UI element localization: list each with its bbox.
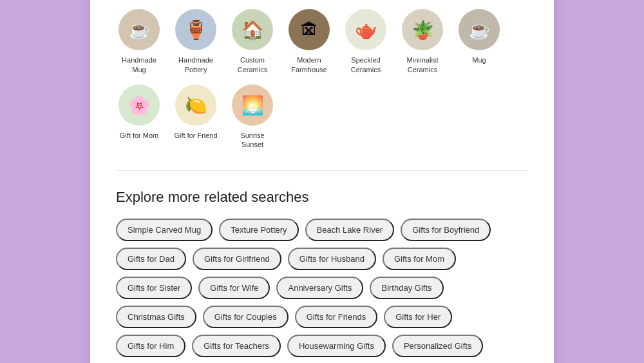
tag-gifts-for-mom[interactable]: Gifts for Mom [383, 248, 456, 270]
tag-gifts-for-him[interactable]: Gifts for Him [116, 335, 185, 357]
tag-gifts-for-husband[interactable]: Gifts for Husband [288, 248, 376, 270]
image-circle-handmade-mug: ☕ [118, 9, 160, 50]
tag-texture-pottery[interactable]: Texture Pottery [219, 219, 298, 241]
image-item-custom-ceramics[interactable]: 🏠Custom Ceramics [229, 9, 276, 74]
main-card: Explore related searches ☕Handmade Mug🏺H… [90, 0, 554, 363]
tag-gifts-for-friends[interactable]: Gifts for Friends [295, 306, 377, 328]
tag-gifts-for-couples[interactable]: Gifts for Couples [203, 306, 289, 328]
image-circle-gift-for-friend: 🍋 [175, 84, 216, 126]
image-label-handmade-pottery: Handmade Pottery [173, 55, 219, 74]
image-label-handmade-mug: Handmade Mug [116, 55, 162, 74]
image-circle-minimalist-ceramics: 🪴 [402, 9, 443, 50]
more-title: Explore more related searches [116, 189, 528, 206]
tag-anniversary-gifts[interactable]: Anniversary Gifts [276, 277, 363, 299]
image-circle-sunrise-sunset: 🌅 [232, 84, 273, 126]
tag-simple-carved-mug[interactable]: Simple Carved Mug [116, 219, 213, 241]
image-circle-handmade-pottery: 🏺 [175, 9, 216, 50]
image-item-gift-for-friend[interactable]: 🍋Gift for Friend [173, 84, 219, 150]
tags-container: Simple Carved MugTexture PotteryBeach La… [116, 219, 528, 363]
image-circle-speckled-ceramics: 🫖 [345, 9, 386, 50]
image-item-speckled-ceramics[interactable]: 🫖Speckled Ceramics [343, 9, 389, 74]
tag-gifts-for-dad[interactable]: Gifts for Dad [116, 248, 186, 270]
image-label-gift-for-mom: Gift for Mom [120, 131, 159, 140]
tag-personalized-gifts[interactable]: Personalized Gifts [392, 335, 484, 357]
image-circle-modern-farmhouse: 🏚 [289, 9, 330, 50]
image-item-sunrise-sunset[interactable]: 🌅Sunrise Sunset [229, 84, 276, 150]
tag-birthday-gifts[interactable]: Birthday Gifts [370, 277, 443, 299]
image-item-minimalist-ceramics[interactable]: 🪴Minimalist Ceramics [399, 9, 446, 74]
image-circle-gift-for-mom: 🌸 [118, 84, 160, 126]
image-item-gift-for-mom[interactable]: 🌸Gift for Mom [116, 84, 162, 150]
tag-gifts-for-sister[interactable]: Gifts for Sister [116, 277, 192, 299]
image-label-custom-ceramics: Custom Ceramics [229, 55, 276, 74]
tag-gifts-for-girlfriend[interactable]: Gifts for Girlfriend [193, 248, 281, 270]
tag-christmas-gifts[interactable]: Christmas Gifts [116, 306, 196, 328]
image-label-modern-farmhouse: Modern Farmhouse [286, 55, 332, 74]
image-label-mug: Mug [472, 55, 486, 64]
image-item-handmade-mug[interactable]: ☕Handmade Mug [116, 9, 162, 74]
tag-gifts-for-teachers[interactable]: Gifts for Teachers [192, 335, 281, 357]
image-label-sunrise-sunset: Sunrise Sunset [229, 131, 276, 150]
tag-gifts-for-boyfriend[interactable]: Gifts for Boyfriend [401, 219, 491, 241]
image-item-modern-farmhouse[interactable]: 🏚Modern Farmhouse [286, 9, 332, 74]
image-label-minimalist-ceramics: Minimalist Ceramics [399, 55, 446, 74]
tag-housewarming-gifts[interactable]: Housewarming Gifts [287, 335, 386, 357]
related-images-grid: ☕Handmade Mug🏺Handmade Pottery🏠Custom Ce… [116, 9, 528, 149]
image-circle-mug: ☕ [459, 9, 500, 50]
tag-beach-lake-river[interactable]: Beach Lake River [305, 219, 395, 241]
image-item-handmade-pottery[interactable]: 🏺Handmade Pottery [173, 9, 219, 74]
section-divider [116, 170, 528, 171]
image-item-mug[interactable]: ☕Mug [456, 9, 502, 74]
tag-gifts-for-wife[interactable]: Gifts for Wife [198, 277, 270, 299]
tag-gifts-for-her[interactable]: Gifts for Her [384, 306, 452, 328]
image-circle-custom-ceramics: 🏠 [232, 9, 273, 50]
image-label-gift-for-friend: Gift for Friend [174, 131, 217, 140]
image-label-speckled-ceramics: Speckled Ceramics [343, 55, 389, 74]
